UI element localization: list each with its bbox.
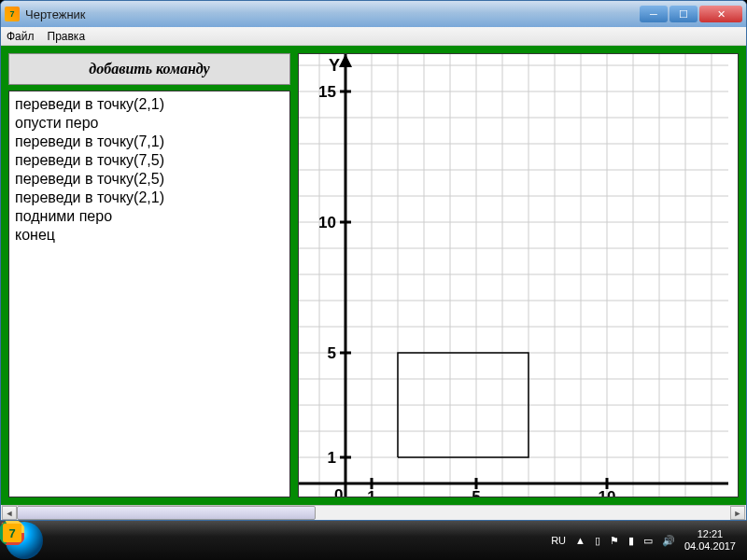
code-line: переведи в точку(7,1) (15, 133, 284, 151)
horizontal-scrollbar[interactable]: ◄ ► (2, 505, 745, 520)
tray-up-icon[interactable]: ▲ (575, 535, 585, 546)
svg-text:1: 1 (367, 488, 375, 497)
taskbar: W 7 RU ▲ ▯ ⚑ ▮ ▭ 🔊 12:21 04.04.2017 (0, 521, 747, 560)
svg-text:10: 10 (599, 488, 616, 497)
svg-text:0: 0 (334, 486, 343, 497)
code-line: опусти перо (15, 114, 284, 133)
taskbar-icons: W 7 (49, 525, 291, 556)
maximize-button[interactable]: ☐ (669, 6, 698, 22)
minimize-button[interactable]: ─ (640, 6, 668, 22)
menu-file[interactable]: Файл (7, 30, 35, 43)
scroll-right-arrow[interactable]: ► (730, 506, 745, 520)
code-line: конец (15, 226, 284, 245)
tray-battery-icon[interactable]: ▭ (643, 535, 653, 547)
left-panel: добавить команду переведи в точку(2,1)оп… (8, 53, 290, 497)
app-window: 7 Чертежник ─ ☐ ✕ Файл Правка добавить к… (0, 0, 747, 521)
scroll-left-arrow[interactable]: ◄ (2, 506, 17, 520)
tray-clock[interactable]: 12:21 04.04.2017 (684, 528, 736, 553)
svg-text:Y: Y (329, 56, 340, 75)
tray-volume-icon[interactable]: 🔊 (662, 535, 675, 547)
tray-lang[interactable]: RU (551, 535, 566, 546)
menu-edit[interactable]: Правка (48, 30, 86, 43)
svg-text:15: 15 (318, 83, 336, 101)
add-command-button[interactable]: добавить команду (8, 53, 290, 85)
media-player-icon[interactable] (131, 525, 168, 556)
svg-text:5: 5 (328, 344, 336, 362)
svg-text:7: 7 (8, 526, 15, 540)
svg-text:5: 5 (472, 488, 480, 497)
code-line: переведи в точку(2,1) (15, 189, 284, 207)
tray-action-icon[interactable]: ⚑ (610, 535, 619, 547)
titlebar[interactable]: 7 Чертежник ─ ☐ ✕ (1, 1, 746, 27)
window-buttons: ─ ☐ ✕ (640, 6, 742, 22)
client-area: добавить команду переведи в точку(2,1)оп… (1, 46, 746, 505)
code-line: переведи в точку(7,5) (15, 151, 284, 170)
explorer-icon[interactable] (90, 525, 127, 556)
app-task-icon[interactable]: 7 (254, 525, 291, 556)
code-line: переведи в точку(2,5) (15, 170, 284, 189)
chrome-icon[interactable] (172, 525, 209, 556)
window-title: Чертежник (25, 7, 640, 21)
app-icon: 7 (5, 7, 20, 21)
tray-time: 12:21 (684, 528, 736, 540)
svg-marker-47 (339, 54, 352, 67)
svg-text:1: 1 (328, 449, 336, 467)
code-area[interactable]: переведи в точку(2,1)опусти перопереведи… (8, 91, 290, 497)
plot-svg: Y1510151510150 (299, 54, 728, 497)
word-icon[interactable]: W (213, 525, 250, 556)
code-line: переведи в точку(2,1) (15, 95, 284, 114)
canvas-area[interactable]: Y1510151510150 (298, 53, 739, 497)
tray-network-icon[interactable]: ▮ (628, 535, 634, 547)
code-line: подними перо (15, 207, 284, 226)
close-button[interactable]: ✕ (699, 6, 742, 22)
scroll-thumb[interactable] (17, 506, 316, 520)
svg-text:10: 10 (318, 214, 336, 231)
tray-date: 04.04.2017 (684, 540, 736, 553)
tray-flag-icon[interactable]: ▯ (595, 535, 600, 547)
menubar: Файл Правка (1, 27, 746, 46)
ie-icon[interactable] (49, 525, 86, 556)
scroll-track[interactable] (17, 506, 730, 520)
system-tray: RU ▲ ▯ ⚑ ▮ ▭ 🔊 12:21 04.04.2017 (551, 528, 741, 553)
